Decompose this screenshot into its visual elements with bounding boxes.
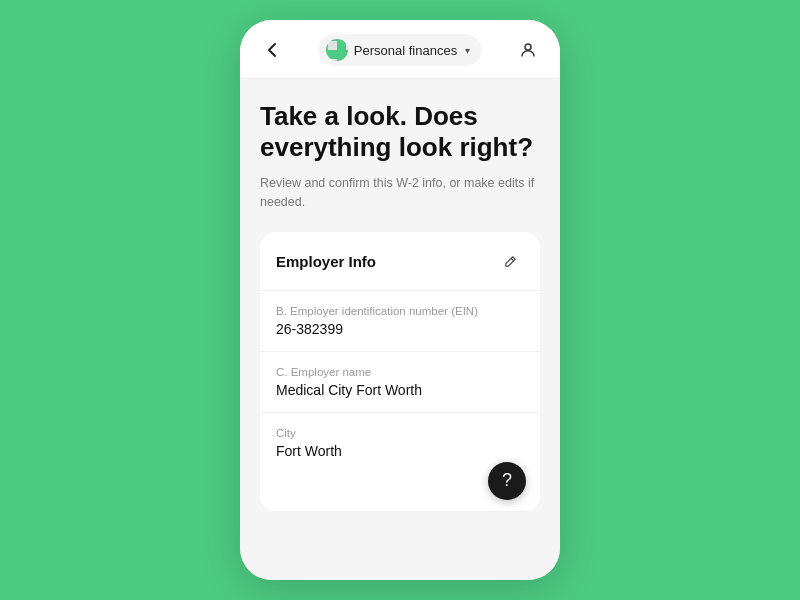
app-title-pill[interactable]: Personal finances ▾ [318,34,482,66]
city-label: City [276,427,524,439]
app-title-label: Personal finances [354,43,457,58]
phone-frame: Personal finances ▾ Take a look. Does ev… [240,20,560,580]
chevron-down-icon: ▾ [465,45,470,56]
edit-button[interactable] [496,248,524,276]
ein-field: B. Employer identification number (EIN) … [260,291,540,352]
city-value: Fort Worth [276,443,524,459]
back-button[interactable] [258,36,286,64]
ein-value: 26-382399 [276,321,524,337]
profile-button[interactable] [514,36,542,64]
employer-name-field: C. Employer name Medical City Fort Worth [260,352,540,413]
ein-label: B. Employer identification number (EIN) [276,305,524,317]
help-icon: ? [502,470,512,491]
content-area: Take a look. Does everything look right?… [240,79,560,580]
employer-name-value: Medical City Fort Worth [276,382,524,398]
top-bar: Personal finances ▾ [240,20,560,79]
svg-point-0 [525,44,531,50]
page-headline: Take a look. Does everything look right? [260,101,540,162]
card-title: Employer Info [276,253,376,270]
help-button[interactable]: ? [488,462,526,500]
page-subtext: Review and confirm this W-2 info, or mak… [260,174,540,212]
app-logo-icon [326,39,348,61]
employer-info-card: Employer Info B. Employer identification… [260,232,540,512]
card-header: Employer Info [260,232,540,291]
employer-name-label: C. Employer name [276,366,524,378]
